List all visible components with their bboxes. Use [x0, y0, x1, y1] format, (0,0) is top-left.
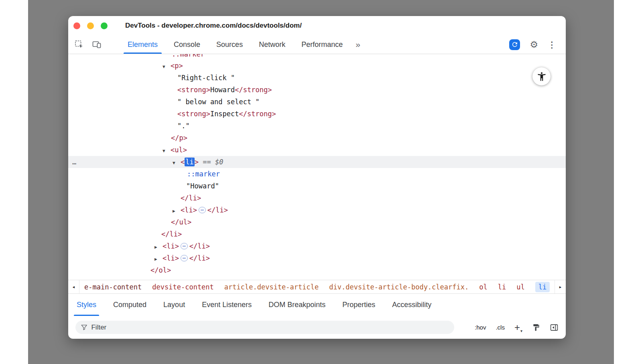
breadcrumb-scroll-right-button[interactable]: ▸ [555, 280, 566, 293]
window-title: DevTools - developer.chrome.com/docs/dev… [125, 22, 302, 30]
code-part-tag: </strong> [239, 110, 276, 118]
code-part-pill[interactable]: ⋯ [199, 207, 206, 213]
overflow-dots-icon[interactable]: … [72, 156, 77, 168]
code-part-text: "Howard" [186, 182, 219, 190]
tree-row[interactable]: ▼<ul> [68, 144, 566, 156]
breadcrumb-item-e-main-content[interactable]: e-main-content [84, 283, 142, 291]
sidebar-tab-styles[interactable]: Styles [68, 294, 105, 316]
accessibility-button[interactable] [532, 67, 551, 85]
tree-row[interactable]: <strong>Inspect</strong> [68, 108, 566, 120]
expand-arrow-icon[interactable]: ▶ [154, 241, 163, 253]
breadcrumb-item-div-devsite-article-body-clearfix[interactable]: div.devsite-article-body.clearfix. [329, 283, 469, 291]
code-part-tag: </ol> [150, 266, 171, 274]
paint-roller-icon [532, 324, 540, 332]
filter-funnel-icon [81, 324, 87, 331]
code-part-tag: </li> [207, 206, 228, 214]
tree-row[interactable]: ▶<li>⋯</li> [68, 240, 566, 252]
extension-button[interactable] [509, 39, 520, 50]
code-part-pill[interactable]: ⋯ [181, 255, 188, 261]
sync-icon [511, 41, 518, 48]
device-toolbar-icon [92, 40, 102, 49]
toggle-sidebar-icon [550, 323, 559, 332]
breadcrumb-item-ol[interactable]: ol [479, 283, 487, 291]
styles-filter-controls: :hov .cls +▾ [475, 323, 559, 332]
tree-row[interactable]: " below and select " [68, 96, 566, 108]
settings-gear-icon[interactable]: ⚙ [530, 40, 538, 49]
tab-elements[interactable]: Elements [120, 35, 166, 54]
panel-tab-strip: ElementsConsoleSourcesNetworkPerformance [120, 35, 351, 54]
collapse-arrow-icon[interactable]: ▼ [163, 145, 171, 157]
code-part-text: " below and select " [177, 98, 260, 106]
tree-row-selected[interactable]: …▼<li> == $0 [68, 156, 566, 168]
tab-network[interactable]: Network [251, 35, 293, 54]
tree-row[interactable]: </li> [68, 192, 566, 204]
tree-row[interactable]: "." [68, 120, 566, 132]
sidebar-tab-strip: StylesComputedLayoutEvent ListenersDOM B… [68, 293, 566, 316]
sidebar-tab-accessibility[interactable]: Accessibility [384, 294, 440, 316]
tree-row[interactable]: "Right-click " [68, 72, 566, 84]
breadcrumb-item-li[interactable]: li [498, 283, 506, 291]
tree-row[interactable]: </ol> [68, 264, 566, 276]
code-part-text: "." [177, 122, 190, 130]
code-part-text: Howard [210, 86, 235, 94]
tree-row[interactable]: </ul> [68, 216, 566, 228]
toggle-element-state-button[interactable]: :hov [475, 324, 486, 331]
element-classes-button[interactable]: .cls [496, 324, 505, 331]
tree-row[interactable]: ▶<li>⋯</li> [68, 252, 566, 264]
breadcrumb-scroll-left-button[interactable]: ◂ [68, 280, 79, 293]
code-part-tag: </strong> [235, 86, 272, 94]
tree-row[interactable]: ::marker [68, 168, 566, 180]
sidebar-tab-properties[interactable]: Properties [334, 294, 384, 316]
code-part-markertop: ::marker [172, 54, 205, 58]
device-toolbar-button[interactable] [91, 35, 103, 54]
devtools-window: DevTools - developer.chrome.com/docs/dev… [68, 16, 566, 339]
code-part-tag: <li> [181, 206, 197, 214]
new-style-rule-button[interactable]: +▾ [514, 324, 522, 332]
code-part-selname: li [185, 158, 194, 166]
sidebar-tab-layout[interactable]: Layout [155, 294, 193, 316]
breadcrumb-list: e-main-contentdevsite-contentarticle.dev… [79, 280, 555, 293]
toolbar-right-group: ⚙ ⋮ [509, 35, 566, 54]
breadcrumb-item-li[interactable]: li [535, 282, 550, 292]
close-button[interactable] [73, 22, 80, 29]
code-part-tag: </p> [171, 134, 187, 142]
rendering-emulation-button[interactable] [532, 324, 540, 332]
breadcrumb-item-article-devsite-article[interactable]: article.devsite-article [224, 283, 319, 291]
tree-row[interactable]: ▶<li>⋯</li> [68, 204, 566, 216]
styles-filter-input[interactable] [91, 324, 449, 332]
styles-filter-field[interactable] [75, 321, 454, 334]
code-part-pill[interactable]: ⋯ [181, 243, 188, 249]
breadcrumb-item-ul[interactable]: ul [516, 283, 524, 291]
inspect-element-button[interactable] [73, 35, 85, 54]
tree-row[interactable]: </li> [68, 228, 566, 240]
tree-row[interactable]: ▼<p> [68, 60, 566, 72]
kebab-menu-icon[interactable]: ⋮ [548, 40, 556, 49]
inspect-cursor-icon [74, 40, 84, 49]
tree-row[interactable]: </p> [68, 132, 566, 144]
expand-arrow-icon[interactable]: ▶ [173, 205, 181, 217]
tab-sources[interactable]: Sources [208, 35, 251, 54]
sidebar-tab-dom-breakpoints[interactable]: DOM Breakpoints [260, 294, 334, 316]
zoom-button[interactable] [101, 22, 108, 29]
toggle-sidebar-button[interactable] [550, 323, 559, 332]
code-part-tag: </ul> [171, 218, 191, 226]
code-part-tag: </li> [161, 230, 182, 238]
tree-row[interactable]: "Howard" [68, 180, 566, 192]
code-part-eq: == [199, 158, 215, 166]
collapse-arrow-icon[interactable]: ▼ [173, 157, 181, 169]
expand-arrow-icon[interactable]: ▶ [154, 253, 163, 265]
breadcrumb-item-devsite-content[interactable]: devsite-content [152, 283, 214, 291]
collapse-arrow-icon[interactable]: ▼ [163, 61, 171, 73]
code-part-tag: <ul> [171, 146, 187, 154]
tree-row[interactable]: ::marker [68, 54, 566, 60]
tab-console[interactable]: Console [166, 35, 208, 54]
title-bar: DevTools - developer.chrome.com/docs/dev… [68, 16, 566, 35]
sidebar-tab-event-listeners[interactable]: Event Listeners [193, 294, 260, 316]
code-part-tag: </li> [181, 194, 201, 202]
tree-row[interactable]: <strong>Howard</strong> [68, 84, 566, 96]
sidebar-tab-computed[interactable]: Computed [105, 294, 155, 316]
more-tabs-button[interactable]: » [351, 35, 365, 54]
tab-performance[interactable]: Performance [293, 35, 351, 54]
minimize-button[interactable] [87, 22, 94, 29]
code-part-tag: < [181, 158, 185, 166]
